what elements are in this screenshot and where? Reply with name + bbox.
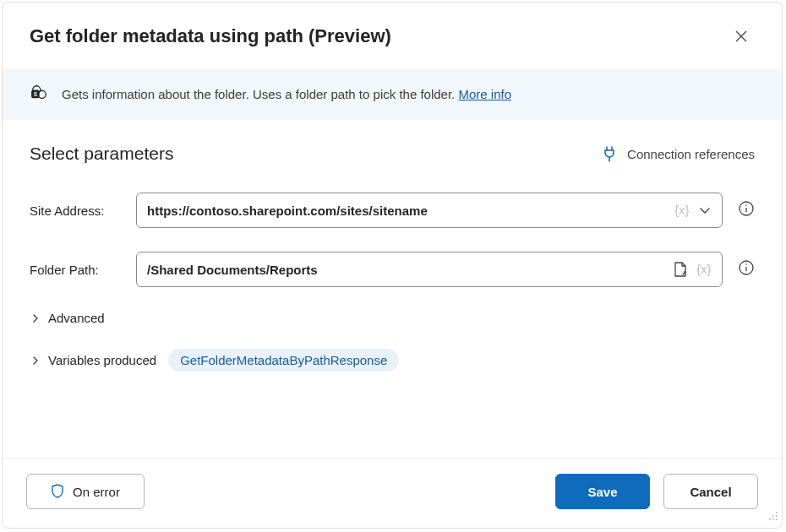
advanced-expander[interactable]: Advanced <box>30 311 755 325</box>
shield-icon <box>51 484 64 499</box>
more-info-link[interactable]: More info <box>458 87 511 101</box>
param-row-folder-path: Folder Path: {x} <box>30 252 755 287</box>
dialog-body: Select parameters Connection references … <box>3 120 782 458</box>
folder-path-input-wrap[interactable]: {x} <box>136 252 723 287</box>
connection-references-button[interactable]: Connection references <box>602 145 755 162</box>
info-icon <box>738 200 755 217</box>
svg-point-15 <box>776 512 778 513</box>
on-error-button[interactable]: On error <box>26 474 145 509</box>
cancel-label: Cancel <box>690 485 731 499</box>
info-banner-text: Gets information about the folder. Uses … <box>62 87 511 101</box>
svg-point-18 <box>769 518 771 520</box>
plug-icon <box>602 145 617 162</box>
site-address-trailing: {x} <box>674 204 712 217</box>
sharepoint-icon: S <box>30 84 48 105</box>
advanced-label: Advanced <box>48 311 105 325</box>
section-title: Select parameters <box>30 144 173 164</box>
file-picker-icon[interactable] <box>673 261 688 278</box>
svg-point-19 <box>772 518 774 520</box>
param-row-site-address: Site Address: {x} <box>30 193 755 228</box>
connection-references-label: Connection references <box>627 147 755 161</box>
folder-path-label: Folder Path: <box>30 263 121 277</box>
info-banner: S Gets information about the folder. Use… <box>3 68 782 120</box>
resize-grip-icon[interactable] <box>767 509 778 524</box>
site-address-combo[interactable]: {x} <box>136 193 723 228</box>
svg-text:S: S <box>34 91 38 97</box>
info-description: Gets information about the folder. Uses … <box>62 87 455 101</box>
svg-point-16 <box>772 515 774 517</box>
section-header: Select parameters Connection references <box>30 144 755 164</box>
site-address-info-button[interactable] <box>738 200 755 220</box>
dialog-footer: On error Save Cancel <box>3 458 782 528</box>
svg-point-14 <box>745 263 747 265</box>
close-icon <box>734 30 748 43</box>
svg-point-17 <box>776 515 778 517</box>
variables-produced-label: Variables produced <box>48 353 156 367</box>
dialog-title: Get folder metadata using path (Preview) <box>30 25 391 47</box>
chevron-right-icon <box>30 313 41 323</box>
info-icon <box>738 259 755 276</box>
dialog-get-folder-metadata: Get folder metadata using path (Preview)… <box>2 2 783 529</box>
folder-path-trailing: {x} <box>673 261 712 278</box>
fx-token-icon[interactable]: {x} <box>696 263 712 276</box>
dialog-header: Get folder metadata using path (Preview) <box>3 3 782 68</box>
variable-pill[interactable]: GetFolderMetadataByPathResponse <box>168 349 399 372</box>
close-button[interactable] <box>728 23 755 50</box>
footer-actions: Save Cancel <box>555 474 758 509</box>
variable-pill-label: GetFolderMetadataByPathResponse <box>180 353 387 367</box>
site-address-label: Site Address: <box>30 204 121 218</box>
variables-produced-expander[interactable]: Variables produced GetFolderMetadataByPa… <box>30 349 755 372</box>
folder-path-info-button[interactable] <box>738 259 755 280</box>
chevron-down-icon[interactable] <box>698 204 712 217</box>
site-address-input[interactable] <box>147 204 674 218</box>
save-label: Save <box>587 485 617 499</box>
chevron-right-icon <box>30 356 41 366</box>
folder-path-input[interactable] <box>147 263 673 277</box>
svg-point-11 <box>745 204 747 206</box>
cancel-button[interactable]: Cancel <box>663 474 758 509</box>
save-button[interactable]: Save <box>555 474 650 509</box>
svg-point-20 <box>776 518 778 520</box>
on-error-label: On error <box>73 485 120 499</box>
fx-token-icon[interactable]: {x} <box>674 204 690 217</box>
